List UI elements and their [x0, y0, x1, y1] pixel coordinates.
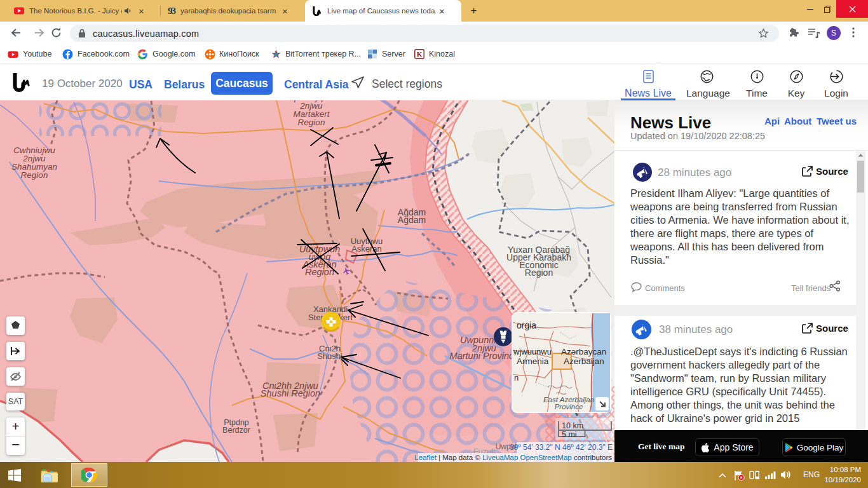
svg-text:39º 54' 33.2" N 46º 42' 20.3": 39º 54' 33.2" N 46º 42' 20.3" E — [510, 443, 613, 452]
svg-text:orgia: orgia — [517, 320, 536, 330]
svg-text:Azərbaycan: Azərbaycan — [561, 347, 606, 356]
svg-text:Region: Region — [21, 170, 48, 180]
svg-text:Shushi Region: Shushi Region — [261, 388, 320, 398]
svg-text:Agdam: Agdam — [398, 215, 426, 225]
svg-text:n: n — [514, 373, 519, 383]
svg-text:Martuni Province: Martuni Province — [450, 351, 519, 361]
svg-text:Province: Province — [555, 403, 583, 410]
svg-text:Region: Region — [305, 267, 334, 277]
svg-text:K: K — [417, 50, 423, 58]
svg-text:Askeran: Askeran — [351, 244, 382, 254]
svg-text:10 km: 10 km — [562, 421, 583, 430]
svg-text:wjwuunwu: wjwuunwu — [513, 347, 552, 356]
svg-text:Berdzor: Berdzor — [222, 426, 250, 435]
svg-text:Region: Region — [525, 268, 553, 278]
svg-text:Region: Region — [298, 118, 325, 127]
svg-text:5 mi: 5 mi — [562, 430, 577, 439]
svg-text:Leaflet | Map data © LiveuaMap: Leaflet | Map data © LiveuaMap OpenStree… — [414, 454, 612, 461]
svg-text:Armenia: Armenia — [517, 356, 549, 366]
svg-text:Azerbaijan: Azerbaijan — [564, 356, 604, 366]
svg-text:Shushi: Shushi — [317, 351, 342, 361]
